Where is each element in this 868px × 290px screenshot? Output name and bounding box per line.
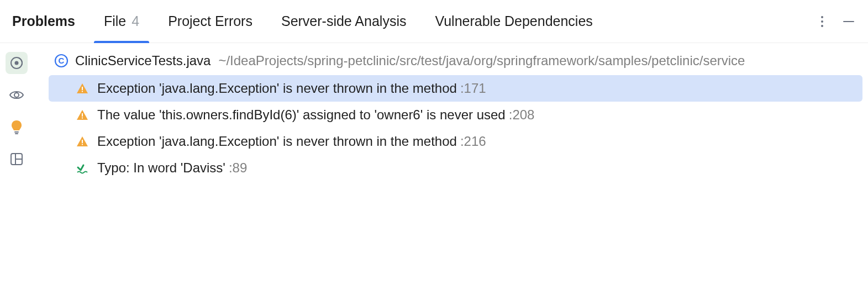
issue-row[interactable]: Exception 'java.lang.Exception' is never… (49, 75, 862, 102)
tab-problems-title-label: Problems (12, 13, 75, 29)
issue-row[interactable]: The value 'this.owners.findById(6)' assi… (33, 102, 868, 128)
sidebar-view-button[interactable] (6, 84, 28, 106)
svg-point-1 (821, 20, 823, 23)
issues-list: Exception 'java.lang.Exception' is never… (33, 75, 868, 181)
minus-icon (843, 15, 855, 28)
issue-location: :208 (509, 107, 535, 123)
issue-message: Exception 'java.lang.Exception' is never… (97, 134, 457, 149)
file-header[interactable]: C ClinicServiceTests.java ~/IdeaProjects… (33, 49, 868, 73)
sidebar-intention-button[interactable] (6, 116, 28, 138)
sidebar-preview-button[interactable] (6, 148, 28, 170)
tab-file[interactable]: File 4 (90, 0, 154, 43)
svg-point-0 (821, 16, 823, 18)
warning-icon (75, 82, 90, 94)
problems-sidebar (0, 43, 33, 290)
tab-list: Problems File 4 Project Errors Server-si… (10, 0, 607, 43)
svg-point-6 (14, 93, 19, 97)
tab-problems-title: Problems (10, 0, 90, 43)
svg-rect-16 (82, 113, 83, 117)
hide-button[interactable] (839, 12, 858, 31)
svg-point-5 (15, 61, 19, 65)
warning-icon (75, 135, 90, 147)
svg-text:C: C (59, 56, 65, 65)
sidebar-highlight-button[interactable] (6, 52, 28, 74)
problems-content: C ClinicServiceTests.java ~/IdeaProjects… (33, 43, 868, 290)
more-options-button[interactable] (813, 12, 832, 31)
issue-row[interactable]: Typo: In word 'Daviss' :89 (33, 155, 868, 181)
tab-server-side-analysis[interactable]: Server-side Analysis (267, 0, 420, 43)
svg-rect-15 (82, 91, 83, 92)
tab-vulnerable-dependencies-label: Vulnerable Dependencies (435, 13, 592, 29)
more-vertical-icon (820, 15, 824, 28)
file-name: ClinicServiceTests.java (75, 53, 211, 68)
lightbulb-icon (10, 119, 23, 135)
tab-server-side-analysis-label: Server-side Analysis (281, 13, 406, 29)
tab-project-errors[interactable]: Project Errors (154, 0, 267, 43)
file-path: ~/IdeaProjects/spring-petclinic/src/test… (218, 53, 745, 68)
svg-rect-17 (82, 118, 83, 119)
svg-rect-18 (82, 140, 83, 143)
issue-location: :216 (460, 134, 486, 149)
tab-file-label: File (104, 13, 126, 29)
tab-file-count: 4 (131, 13, 139, 29)
issue-row[interactable]: Exception 'java.lang.Exception' is never… (33, 128, 868, 155)
issue-location: :89 (229, 160, 247, 176)
problems-tabbar: Problems File 4 Project Errors Server-si… (0, 0, 868, 43)
issue-message: The value 'this.owners.findById(6)' assi… (97, 107, 506, 123)
warning-icon (75, 109, 90, 121)
issue-message: Typo: In word 'Daviss' (97, 160, 225, 176)
typo-icon (75, 162, 90, 174)
layout-icon (9, 152, 24, 166)
issue-location: :171 (460, 81, 486, 96)
tab-project-errors-label: Project Errors (168, 13, 252, 29)
svg-point-2 (821, 25, 823, 27)
target-icon (9, 56, 24, 70)
svg-rect-19 (82, 144, 83, 145)
issue-message: Exception 'java.lang.Exception' is never… (97, 81, 457, 96)
java-class-icon: C (54, 54, 69, 68)
tab-vulnerable-dependencies[interactable]: Vulnerable Dependencies (420, 0, 607, 43)
eye-icon (9, 87, 24, 103)
svg-rect-14 (82, 87, 83, 90)
